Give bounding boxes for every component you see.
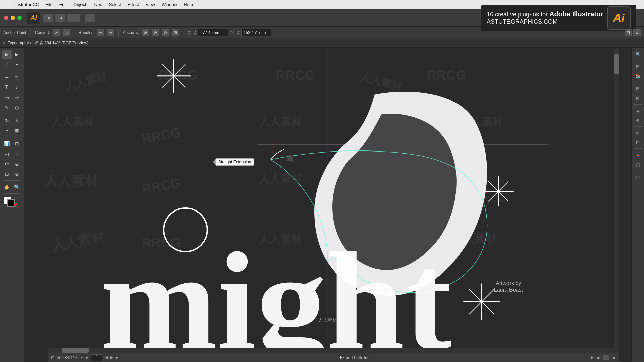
window-menu[interactable]: Window xyxy=(162,2,177,7)
help-menu[interactable]: Help xyxy=(184,2,193,7)
edit-menu[interactable]: Edit xyxy=(59,2,67,7)
stock-icon-button[interactable]: St xyxy=(55,14,65,22)
file-menu[interactable]: File xyxy=(46,2,53,7)
anchors-btn-1[interactable]: ⊕ xyxy=(142,29,149,36)
rp-library-button[interactable]: 📚 xyxy=(634,72,642,80)
rp-color-button[interactable]: ● xyxy=(634,150,642,159)
y-down-arrow[interactable] xyxy=(237,33,240,34)
horizontal-scrollbar[interactable] xyxy=(48,348,614,353)
scroll-right[interactable]: ▶ xyxy=(591,355,594,360)
direct-selection-tool-button[interactable]: ▶ xyxy=(12,50,22,59)
view-menu[interactable]: View xyxy=(146,2,155,7)
object-menu[interactable]: Object xyxy=(73,2,86,7)
line-tool-button[interactable]: / xyxy=(12,83,22,92)
scale-tool-button[interactable]: ⤡ xyxy=(12,116,22,125)
magic-wand-tool-button[interactable]: ✦ xyxy=(12,60,22,69)
zoom-dropdown[interactable]: ▾ xyxy=(81,355,83,360)
graph-tools: 📊 ⊞ xyxy=(2,139,22,148)
type-tool-button[interactable]: T xyxy=(2,83,12,92)
rp-swatches-button[interactable]: ⬚ xyxy=(634,160,642,169)
app-name-menu[interactable]: Illustrator CC xyxy=(13,2,39,7)
type-menu[interactable]: Type xyxy=(93,2,102,7)
panel-btn-1[interactable]: ⊟ xyxy=(625,29,632,36)
tab-close-button[interactable]: ✕ xyxy=(3,41,6,45)
anchors-btn-2[interactable]: ⊗ xyxy=(152,29,159,36)
arrange-button[interactable]: ⊞ xyxy=(67,14,80,22)
y-up-arrow[interactable] xyxy=(237,31,240,32)
vertical-scrollbar[interactable] xyxy=(614,48,619,353)
rp-transform-button[interactable]: ⊠ xyxy=(634,94,642,103)
ai-large-badge: Ai xyxy=(607,6,631,30)
ai-app-icon: Ai xyxy=(27,12,40,24)
handles-btn-1[interactable]: ⇐ xyxy=(97,29,104,36)
status-icon[interactable]: ⊡ xyxy=(51,355,54,360)
minimize-button[interactable] xyxy=(11,16,15,20)
select-menu[interactable]: Select xyxy=(109,2,121,7)
convert-btn-1[interactable]: ↗ xyxy=(53,29,60,36)
rp-search-button[interactable]: 🔍 xyxy=(634,50,642,58)
artboard-number[interactable]: 1 xyxy=(91,354,102,361)
lasso-tool-button[interactable]: ⤢ xyxy=(2,60,12,69)
x-up-arrow[interactable] xyxy=(194,31,197,32)
artboard-next[interactable]: ▶ xyxy=(110,355,113,360)
canvas-svg: might Artwork by Laura Boast 人人素材 xyxy=(24,48,631,362)
zoom-next[interactable]: ▶ xyxy=(86,355,88,360)
home-button[interactable]: ⌂ xyxy=(85,14,95,22)
status-more[interactable]: ◀ xyxy=(596,355,599,360)
pen-tool-button[interactable]: ✒ xyxy=(2,73,12,82)
rp-align-button[interactable]: ⊟ xyxy=(634,84,642,93)
slice-tool-button[interactable]: ⊘ xyxy=(12,169,22,179)
rp-appearance-button[interactable]: ◈ xyxy=(634,106,642,115)
handles-btn-2[interactable]: ⇒ xyxy=(107,29,114,36)
free-transform-button[interactable]: ⊠ xyxy=(12,126,22,135)
blend-tool-button[interactable]: ⟳ xyxy=(2,159,12,169)
rectangle-tool-button[interactable]: ▭ xyxy=(2,93,12,102)
close-button[interactable] xyxy=(4,16,8,20)
gradient-tools: ◱ ✥ xyxy=(2,149,22,159)
artboard-tool-button[interactable]: ⊡ xyxy=(2,169,12,179)
status-scroll-right[interactable]: ▶ xyxy=(613,355,616,360)
convert-btn-2[interactable]: ↘ xyxy=(63,29,70,36)
zoom-tool-button[interactable]: 🔍 xyxy=(12,182,22,192)
canvas-area[interactable]: 人人素材 RRCG RRCG 人人素材 RRCG 人人素材 RRCG 人人素材 … xyxy=(24,48,631,362)
rp-pathfinder-button[interactable]: ⊕ xyxy=(634,116,642,125)
horizontal-scrollbar-thumb[interactable] xyxy=(62,348,89,353)
status-box[interactable] xyxy=(603,355,609,360)
eyedropper-tool-button[interactable]: ✥ xyxy=(12,149,22,159)
zoom-prev[interactable]: ◀ xyxy=(57,355,60,360)
warp-tool-button[interactable]: 〰 xyxy=(2,126,12,135)
rp-artboard-button[interactable]: ⊡ xyxy=(634,138,642,147)
x-value-input[interactable] xyxy=(198,29,228,36)
anchor-point-label: Anchor Point xyxy=(3,30,26,35)
type-tools: T / xyxy=(2,83,22,92)
artboard-prev[interactable]: ◀ xyxy=(105,355,108,360)
rp-settings-button[interactable]: ⚙ xyxy=(634,173,642,181)
panel-btn-2[interactable]: ≡ xyxy=(633,29,641,36)
curvature-tool-button[interactable]: 〜 xyxy=(12,73,22,82)
x-down-arrow[interactable] xyxy=(194,33,197,34)
hand-tool-button[interactable]: ✋ xyxy=(2,182,12,192)
rotate-tool-button[interactable]: ↻ xyxy=(2,116,12,125)
no-fill-icon[interactable]: ⊘ xyxy=(14,201,19,209)
maximize-button[interactable] xyxy=(17,16,22,20)
y-value-input[interactable] xyxy=(241,29,271,36)
rp-properties-button[interactable]: ⊞ xyxy=(634,62,642,71)
shaper-tool-button[interactable]: ⬡ xyxy=(12,103,22,112)
apple-menu[interactable]:  xyxy=(3,2,5,8)
blend-tools: ⟳ ⊛ xyxy=(2,159,22,169)
rp-layers-button[interactable]: ⊜ xyxy=(634,128,642,137)
symbol-sprayer-button[interactable]: ⊛ xyxy=(12,159,22,169)
anchors-btn-3[interactable]: ⊙ xyxy=(162,29,169,36)
graph-tool-button[interactable]: 📊 xyxy=(2,139,12,148)
artboard-last[interactable]: ▶| xyxy=(116,355,119,360)
tool-separator-5 xyxy=(4,193,20,194)
mesh-tool-button[interactable]: ⊞ xyxy=(12,139,22,148)
gradient-tool-button[interactable]: ◱ xyxy=(2,149,12,159)
effect-menu[interactable]: Effect xyxy=(128,2,139,7)
brush-tool-button[interactable]: ✏ xyxy=(12,93,22,102)
anchors-btn-4[interactable]: ⊞ xyxy=(172,29,179,36)
vertical-scrollbar-thumb[interactable] xyxy=(614,54,619,74)
bridge-icon-button[interactable]: Br xyxy=(43,14,53,22)
pencil-tool-button[interactable]: ✎ xyxy=(2,103,12,112)
selection-tool-button[interactable]: ▶ xyxy=(2,50,12,59)
